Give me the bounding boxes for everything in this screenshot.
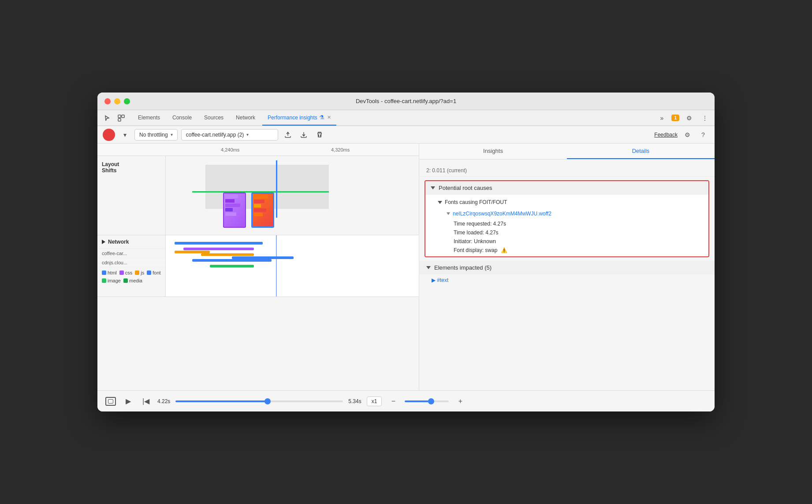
svg-rect-0: [118, 115, 121, 118]
elements-impacted-label: Elements impacted (5): [434, 264, 492, 271]
network-label-area: Network coffee-car... cdnjs.clou... html…: [97, 235, 166, 296]
tab-elements[interactable]: Elements: [133, 110, 165, 126]
time-requested: Time requested: 4.27s: [438, 219, 701, 228]
network-label-header: Network: [97, 235, 165, 249]
play-button[interactable]: ▶: [122, 395, 134, 408]
main-content: 4,240ms 4,320ms Layout Shifts: [97, 144, 715, 390]
minimize-button[interactable]: [114, 98, 120, 104]
timeline-ruler: 4,240ms 4,320ms: [97, 144, 419, 156]
tab-details[interactable]: Details: [567, 144, 715, 159]
time-start: 4.22s: [157, 398, 170, 404]
expand-fonts-icon: [438, 201, 442, 204]
tab-network[interactable]: Network: [231, 110, 261, 126]
ruler-mark-1: 4,240ms: [221, 147, 239, 152]
slider-fill: [175, 400, 268, 402]
delete-icon[interactable]: [313, 129, 326, 141]
expand-root-causes-icon: [431, 186, 435, 189]
font-link-row: neILzCirqoswsqX9zoKmM4MwWJU.woff2: [438, 208, 701, 219]
tab-insights[interactable]: Insights: [419, 144, 567, 159]
record-button[interactable]: [103, 129, 115, 141]
svg-rect-1: [122, 115, 124, 118]
devtools-tabs-bar: Elements Console Sources Network Perform…: [97, 110, 715, 126]
expand-font-icon: [447, 212, 450, 215]
blue-marker: [276, 160, 277, 218]
thumbnail-1: [223, 193, 246, 228]
maximize-button[interactable]: [124, 98, 130, 104]
image-color: [102, 278, 106, 283]
feedback-link[interactable]: Feedback: [654, 132, 678, 138]
throttling-chevron-icon: ▾: [171, 132, 173, 137]
settings-icon-toolbar[interactable]: ⚙: [681, 129, 693, 141]
zoom-in-button[interactable]: +: [454, 395, 466, 408]
potential-root-causes-header[interactable]: Potential root causes: [425, 181, 708, 195]
tab-console[interactable]: Console: [167, 110, 197, 126]
css-color: [119, 271, 124, 275]
flask-icon: ⚗: [319, 114, 324, 121]
skip-to-start-button[interactable]: |◀: [140, 395, 152, 408]
toolbar: ▾ No throttling ▾ coffee-cart.netlify.ap…: [97, 126, 715, 144]
network-sub2: cdnjs.clou...: [97, 258, 165, 267]
potential-root-causes-label: Potential root causes: [439, 185, 492, 191]
record-dropdown-icon[interactable]: ▾: [119, 129, 131, 141]
inspect-icon[interactable]: [115, 112, 127, 124]
network-row: Network coffee-car... cdnjs.clou... html…: [97, 235, 419, 297]
help-icon[interactable]: ?: [697, 129, 709, 141]
thumbnail-2: [251, 193, 274, 228]
throttling-label: No throttling: [139, 132, 168, 138]
media-color: [123, 278, 128, 283]
left-panel: 4,240ms 4,320ms Layout Shifts: [97, 144, 419, 390]
timeline-slider[interactable]: [175, 400, 343, 402]
notification-badge: 1: [671, 115, 679, 121]
cursor-icon[interactable]: [101, 112, 113, 124]
speed-control[interactable]: x1: [367, 397, 382, 406]
slider-thumb[interactable]: [264, 398, 271, 404]
title-bar: DevTools - coffee-cart.netlify.app/?ad=1: [97, 93, 715, 110]
warning-icon: ⚠️: [501, 247, 507, 253]
legend-media: media: [123, 278, 142, 283]
screenshot-button[interactable]: [104, 395, 117, 408]
panel-tabs: Insights Details: [419, 144, 715, 159]
fonts-causing-header[interactable]: Fonts causing FOIT/FOUT: [438, 196, 701, 208]
more-menu-icon[interactable]: ⋮: [699, 112, 711, 124]
time-loaded: Time loaded: 4.27s: [438, 228, 701, 237]
more-tabs-icon[interactable]: »: [656, 112, 668, 124]
close-button[interactable]: [104, 98, 111, 104]
html-color: [102, 271, 106, 275]
expand-elements-icon: [426, 266, 431, 269]
export-icon[interactable]: [282, 129, 294, 141]
import-icon[interactable]: [298, 129, 310, 141]
zoom-out-button[interactable]: −: [387, 395, 399, 408]
bottom-bar: ▶ |◀ 4.22s 5.34s x1 − +: [97, 390, 715, 411]
screenshot-icon: [105, 397, 116, 406]
layout-shifts-label: Layout Shifts: [97, 156, 166, 235]
throttling-dropdown[interactable]: No throttling ▾: [134, 129, 178, 141]
legend-row: html css js font: [97, 267, 165, 286]
legend-image: image: [102, 278, 121, 283]
fonts-causing-label: Fonts causing FOIT/FOUT: [445, 199, 507, 205]
zoom-slider[interactable]: [405, 400, 449, 402]
tab-close-icon[interactable]: ✕: [327, 115, 331, 120]
url-chevron-icon: ▾: [246, 132, 249, 137]
network-expand-icon[interactable]: [102, 240, 105, 244]
zoom-thumb[interactable]: [428, 398, 434, 404]
fonts-section: Fonts causing FOIT/FOUT neILzCirqoswsqX9…: [425, 195, 708, 256]
hash-text[interactable]: ▶ #text: [419, 274, 715, 286]
elements-impacted-header[interactable]: Elements impacted (5): [419, 261, 715, 274]
ruler-mark-2: 4,320ms: [331, 147, 350, 152]
network-label: Network: [108, 239, 129, 245]
settings-icon[interactable]: ⚙: [683, 112, 695, 124]
layout-shifts-content: [166, 156, 419, 235]
devtools-window: DevTools - coffee-cart.netlify.app/?ad=1…: [97, 93, 715, 411]
legend-js: js: [135, 270, 144, 275]
highlighted-section: Potential root causes Fonts causing FOIT…: [425, 180, 709, 257]
font-display: Font display: swap ⚠️: [438, 246, 701, 255]
initiator: Initiator: Unknown: [438, 237, 701, 246]
tab-performance-insights[interactable]: Performance insights ⚗ ✕: [262, 110, 336, 126]
tab-icons-left: [101, 112, 127, 124]
tab-sources[interactable]: Sources: [199, 110, 229, 126]
zoom-fill: [405, 400, 431, 402]
url-dropdown[interactable]: coffee-cart.netlify.app (2) ▾: [181, 129, 278, 141]
right-panel: Insights Details 2: 0.011 (current) Pote…: [419, 144, 715, 390]
font-file-link[interactable]: neILzCirqoswsqX9zoKmM4MwWJU.woff2: [453, 211, 551, 217]
current-version-text: 2: 0.011 (current): [419, 165, 715, 177]
